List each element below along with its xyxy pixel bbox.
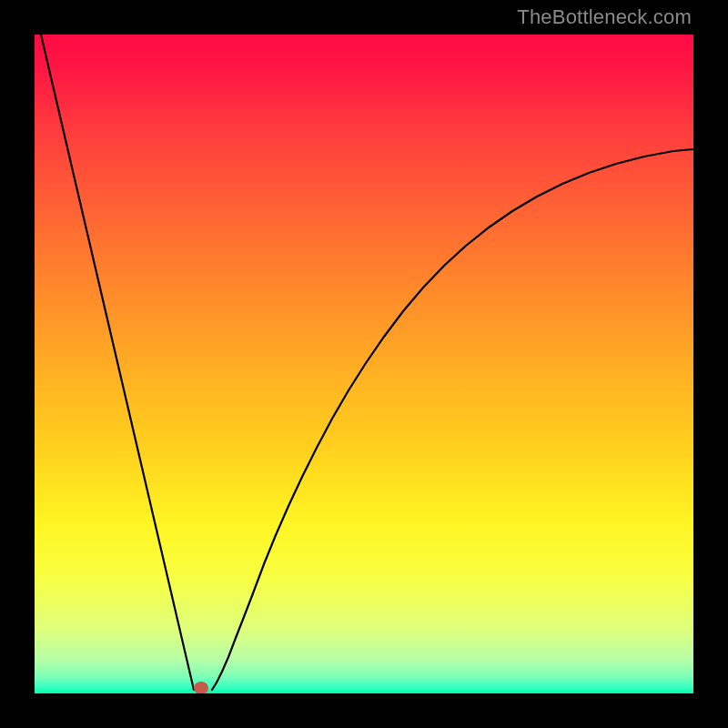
- highlight-dot: [194, 682, 208, 693]
- chart-frame: TheBottleneck.com: [0, 0, 728, 728]
- curve-left-branch: [41, 35, 194, 690]
- plot-area: [35, 35, 693, 693]
- curve-svg: [35, 35, 693, 693]
- curve-right-branch: [212, 149, 693, 690]
- watermark-text: TheBottleneck.com: [517, 5, 692, 29]
